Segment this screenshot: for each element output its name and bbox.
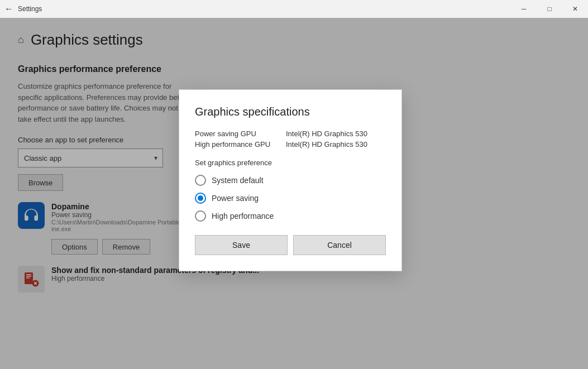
power-saving-gpu-row: Power saving GPU Intel(R) HD Graphics 53… xyxy=(195,130,386,138)
radio-label-system-default: System default xyxy=(212,176,264,185)
titlebar-left: ← Settings xyxy=(4,4,42,14)
radio-circle-system-default xyxy=(195,175,206,186)
radio-circle-high-performance xyxy=(195,210,206,222)
radio-label-high-performance: High performance xyxy=(212,212,274,221)
dialog-cancel-button[interactable]: Cancel xyxy=(293,235,386,255)
radio-power-saving[interactable]: Power saving xyxy=(195,193,386,204)
high-performance-gpu-value: Intel(R) HD Graphics 530 xyxy=(286,140,367,148)
minimize-button[interactable]: ─ xyxy=(511,0,537,18)
dialog-action-buttons: Save Cancel xyxy=(195,235,386,255)
graphics-specs-dialog: Graphics specifications Power saving GPU… xyxy=(179,89,402,271)
graphics-preference-radio-group: System default Power saving High perform… xyxy=(195,175,386,222)
radio-high-performance[interactable]: High performance xyxy=(195,210,386,222)
titlebar: ← Settings ─ □ ✕ xyxy=(0,0,588,18)
set-graphics-pref-label: Set graphics preference xyxy=(195,159,386,167)
titlebar-title: Settings xyxy=(18,5,42,13)
close-button[interactable]: ✕ xyxy=(562,0,588,18)
maximize-button[interactable]: □ xyxy=(537,0,562,18)
high-performance-gpu-row: High performance GPU Intel(R) HD Graphic… xyxy=(195,140,386,148)
titlebar-controls: ─ □ ✕ xyxy=(511,0,588,18)
radio-label-power-saving: Power saving xyxy=(212,194,259,203)
gpu-info-table: Power saving GPU Intel(R) HD Graphics 53… xyxy=(195,130,386,148)
radio-system-default[interactable]: System default xyxy=(195,175,386,186)
power-saving-gpu-label: Power saving GPU xyxy=(195,130,281,138)
dialog-save-button[interactable]: Save xyxy=(195,235,288,255)
back-button[interactable]: ← xyxy=(4,4,13,14)
power-saving-gpu-value: Intel(R) HD Graphics 530 xyxy=(286,130,367,138)
dialog-title: Graphics specifications xyxy=(195,106,386,118)
radio-circle-power-saving xyxy=(195,193,206,204)
high-performance-gpu-label: High performance GPU xyxy=(195,140,281,148)
